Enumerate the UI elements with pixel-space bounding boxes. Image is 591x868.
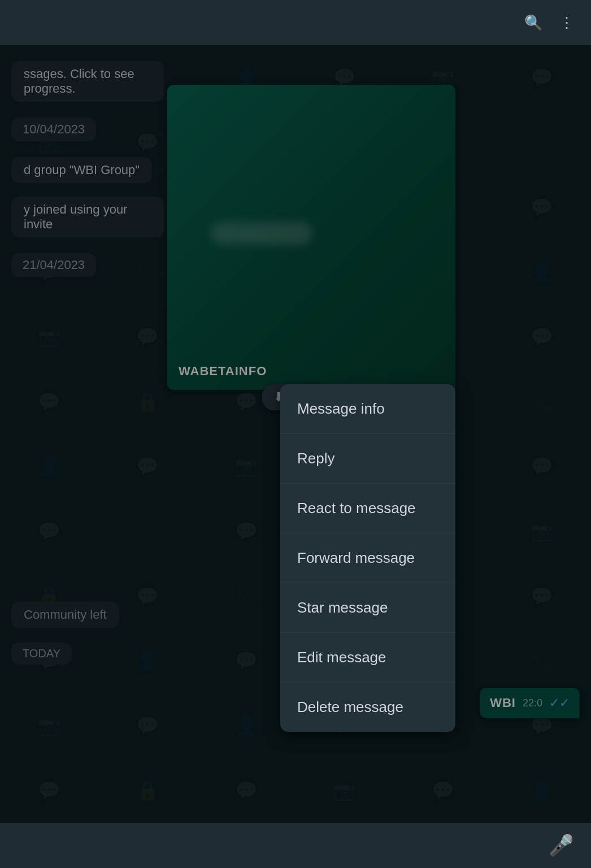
context-menu-item-delete[interactable]: Delete message	[280, 683, 455, 732]
context-menu-item-message-info[interactable]: Message info	[280, 384, 455, 434]
context-menu-item-reply[interactable]: Reply	[280, 434, 455, 484]
search-icon[interactable]: 🔍	[524, 14, 542, 32]
header: 🔍 ⋮	[0, 0, 591, 45]
input-bar: 🎤	[0, 823, 591, 868]
context-menu: Message info Reply React to message Forw…	[280, 384, 455, 732]
context-menu-item-edit[interactable]: Edit message	[280, 633, 455, 683]
chat-background: 💬📞👤💬📷💬 📷💬📞👤💬📞 👤💬🔒💬📷💬 💬📞💬🔒💬👤 📷💬📞💬👤💬 💬🔒💬📷💬…	[0, 45, 591, 823]
context-menu-item-star[interactable]: Star message	[280, 583, 455, 633]
menu-icon[interactable]: ⋮	[559, 14, 574, 32]
context-menu-item-forward[interactable]: Forward message	[280, 533, 455, 583]
mic-icon[interactable]: 🎤	[549, 834, 574, 857]
context-menu-item-react[interactable]: React to message	[280, 484, 455, 533]
